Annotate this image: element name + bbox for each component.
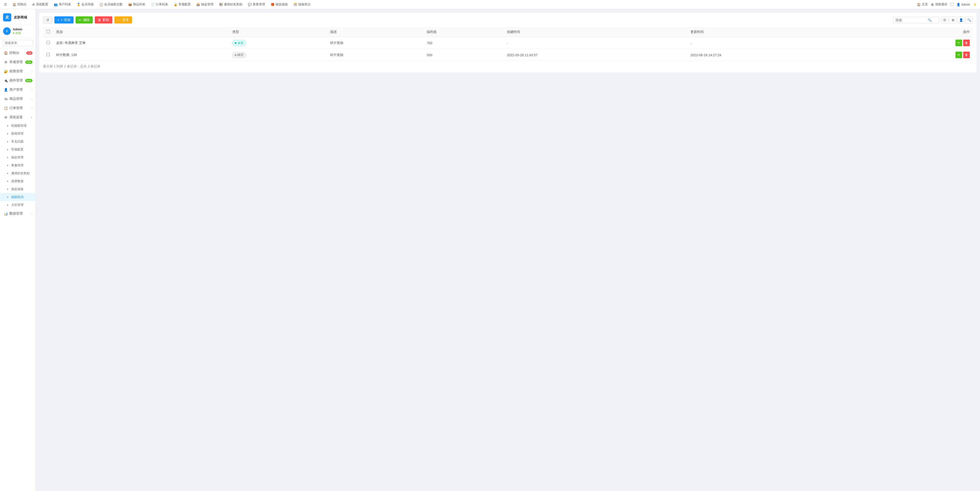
data-table: 奖励 类型 描述 福利值 创建时间 更新时间 操作 bbox=[43, 27, 973, 61]
top-nav-welfare-reward[interactable]: 🎊 福值奖治 bbox=[293, 2, 312, 7]
top-nav-product-list[interactable]: 📦 商品列表 bbox=[127, 2, 146, 7]
more-button[interactable]: ⋯ 更多 bbox=[115, 16, 132, 24]
top-nav-invite-friend[interactable]: 👫 邀请好友奖励 bbox=[218, 2, 243, 7]
sidebar-item-dashboard[interactable]: 🏠 控制台 hot bbox=[0, 48, 35, 57]
order-icon: 📋 bbox=[4, 106, 8, 110]
th-updated-at: 更新时间 bbox=[687, 27, 871, 37]
data-arrow-icon: › bbox=[32, 212, 32, 215]
edit-row-1-button[interactable]: ✏ bbox=[956, 40, 962, 46]
td-action-1: ✏ 🗑 bbox=[871, 37, 973, 49]
top-nav-right: 🏠 主页 🗑 清除缓存 ⛶ 👤 Admin ⚡ bbox=[917, 2, 977, 6]
top-nav-dashboard[interactable]: 🏠 控制台 bbox=[11, 2, 27, 7]
regular-config-icon: ▪ bbox=[6, 148, 10, 151]
sidebar-item-system-settings[interactable]: ⚙ 系统设置 ∨ bbox=[0, 113, 35, 122]
refresh-button[interactable]: ↺ bbox=[43, 17, 52, 24]
top-nav-order-list[interactable]: 📄 订单列表 bbox=[150, 2, 169, 7]
sidebar-item-product-manage[interactable]: 🛍 商品管理 › bbox=[0, 94, 35, 104]
sidebar-subitem-welfare-reward[interactable]: ▪ 福值奖治 bbox=[0, 193, 35, 201]
system-arrow-icon: ∨ bbox=[31, 116, 32, 119]
top-nav-customer-service[interactable]: 💬 客客管理 bbox=[247, 2, 266, 7]
add-button[interactable]: + + 添加 bbox=[54, 16, 73, 24]
delete-icon: 🗑 bbox=[98, 18, 101, 22]
top-nav-hamburger[interactable]: ☰ bbox=[3, 2, 8, 7]
td-updated-2: 2022-06-16 14:27:24 bbox=[687, 49, 871, 61]
lottery-value-icon: ▪ bbox=[6, 187, 10, 191]
news-icon: ▪ bbox=[6, 132, 10, 136]
row-checkbox-1[interactable] bbox=[46, 41, 50, 44]
top-nav-fullscreen[interactable]: ⛶ bbox=[950, 3, 953, 6]
table-footer: 显示第 1 到第 2 条记录，总共 2 条记录 bbox=[43, 64, 973, 69]
sidebar-subitem-news[interactable]: ▪ 新闻管理 bbox=[0, 130, 35, 138]
top-nav-system-config[interactable]: ⚙ 系统配置 bbox=[31, 2, 49, 7]
main-content: ↺ + + 添加 ✏ 编辑 🗑 删除 ⋯ bbox=[36, 9, 980, 491]
sidebar-subitem-carousel[interactable]: ▪ 轮随图管理 bbox=[0, 122, 35, 130]
sidebar-item-user-manage[interactable]: 👤 用户管理 › bbox=[0, 85, 35, 94]
type-dot-1 bbox=[235, 42, 237, 44]
edit-button[interactable]: ✏ 编辑 bbox=[76, 16, 93, 24]
td-checkbox-2 bbox=[43, 49, 53, 61]
table-row: 碎片数量: 138 碎片 碎片奖励 bbox=[43, 49, 973, 61]
sidebar-item-order-manage[interactable]: 📋 订单管理 › bbox=[0, 104, 35, 113]
top-nav-admin[interactable]: 👤 Admin bbox=[956, 3, 970, 6]
sidebar-item-plugin-manage[interactable]: 🔌 插件管理 new bbox=[0, 76, 35, 85]
search-input[interactable] bbox=[896, 18, 926, 22]
list-view-button[interactable]: ☰ bbox=[941, 16, 948, 24]
sidebar-item-regular-manage[interactable]: ⚙ 常规管理 new bbox=[0, 57, 35, 67]
sidebar-logo: 皮 bbox=[3, 13, 11, 21]
td-description-1: 碎片奖励 bbox=[327, 37, 423, 49]
top-nav-member-count[interactable]: 📋 会员抽奖次数 bbox=[98, 2, 124, 7]
order-arrow-icon: › bbox=[32, 107, 32, 110]
select-all-checkbox[interactable] bbox=[46, 30, 50, 33]
delete-button[interactable]: 🗑 删除 bbox=[95, 16, 112, 24]
sidebar: 皮 皮肤商城 A Admin ● 在线 🏠 控制台 hot ⚙ 常 bbox=[0, 9, 36, 491]
plugin-new-badge: new bbox=[25, 79, 32, 82]
toolbar: ↺ + + 添加 ✏ 编辑 🗑 删除 ⋯ bbox=[43, 16, 973, 24]
sidebar-subitem-region-manage[interactable]: ▪ 大区管理 bbox=[0, 201, 35, 209]
top-nav-logout[interactable]: ⚡ bbox=[973, 3, 977, 6]
sidebar-subitem-lottery-value[interactable]: ▪ 抽盒福值 bbox=[0, 185, 35, 193]
row-checkbox-2[interactable] bbox=[46, 53, 50, 56]
sidebar-subitem-invite-reward[interactable]: ▪ 邀请好友奖励 bbox=[0, 169, 35, 177]
data-icon: 📊 bbox=[4, 212, 8, 215]
top-nav-lottery-value[interactable]: 🎁 抽盒福值 bbox=[270, 2, 289, 7]
th-type: 类型 bbox=[229, 27, 327, 37]
add-icon: + bbox=[57, 18, 59, 22]
delete-row-1-button[interactable]: 🗑 bbox=[963, 40, 970, 46]
sidebar-subitem-customer-manage[interactable]: ▪ 客服管理 bbox=[0, 161, 35, 169]
th-action: 操作 bbox=[871, 27, 973, 37]
delete-row-2-button[interactable]: 🗑 bbox=[963, 52, 970, 58]
sidebar-subitem-regular-config[interactable]: ▪ 常规配置 bbox=[0, 146, 35, 153]
invite-icon: ▪ bbox=[6, 171, 10, 175]
product-arrow-icon: › bbox=[32, 97, 32, 100]
hot-badge: hot bbox=[26, 51, 32, 55]
th-description: 描述 bbox=[327, 27, 423, 37]
customer-icon: ▪ bbox=[6, 164, 10, 167]
edit-row-2-button[interactable]: ✏ bbox=[956, 52, 962, 58]
refresh-icon: ↺ bbox=[46, 18, 49, 22]
top-nav-clear-cache[interactable]: 🗑 清除缓存 bbox=[931, 2, 947, 6]
top-nav-home-link[interactable]: 🏠 主页 bbox=[917, 2, 928, 6]
sidebar-subitem-lottery-manage[interactable]: ▪ 抽盒管理 bbox=[0, 153, 35, 161]
top-nav-lottery[interactable]: 🎰 抽盒管理 bbox=[195, 2, 215, 7]
grid-view-button[interactable]: ⊞ bbox=[949, 16, 956, 24]
search-view-button[interactable]: 🔍 bbox=[966, 16, 973, 24]
sidebar-subitem-scroll-data[interactable]: ▪ 滚屏数据 bbox=[0, 177, 35, 185]
sidebar-item-permission-manage[interactable]: 🔐 权限管理 › bbox=[0, 67, 35, 76]
td-reward-1: 皮肤: 奇遇舞章 艾琳 bbox=[53, 37, 229, 49]
sidebar-item-data-manage[interactable]: 📊 数据管理 › bbox=[0, 209, 35, 218]
user-view-button[interactable]: 👤 bbox=[958, 16, 965, 24]
sidebar-search-input[interactable] bbox=[3, 40, 33, 46]
type-tag-1: 皮肤 bbox=[232, 40, 246, 46]
type-tag-2: 碎片 bbox=[232, 52, 246, 58]
top-nav-permission-config[interactable]: 🔒 常规配置 bbox=[173, 2, 192, 7]
lottery-manage-icon: ▪ bbox=[6, 156, 10, 159]
avatar: A bbox=[3, 27, 11, 35]
top-nav-user-list[interactable]: 👥 用户列表 bbox=[53, 2, 72, 7]
view-buttons: ☰ ⊞ 👤 🔍 bbox=[941, 16, 973, 24]
user-arrow-icon: › bbox=[32, 88, 32, 91]
th-created-at: 创建时间 bbox=[504, 27, 687, 37]
top-nav-member-level[interactable]: 🏅 会员等级 bbox=[76, 2, 95, 7]
search-icon[interactable]: 🔍 bbox=[928, 18, 932, 22]
sidebar-menu: 🏠 控制台 hot ⚙ 常规管理 new 🔐 权限管理 › 🔌 插件管理 new… bbox=[0, 48, 35, 491]
sidebar-subitem-faq[interactable]: ▪ 常见问题 bbox=[0, 138, 35, 146]
